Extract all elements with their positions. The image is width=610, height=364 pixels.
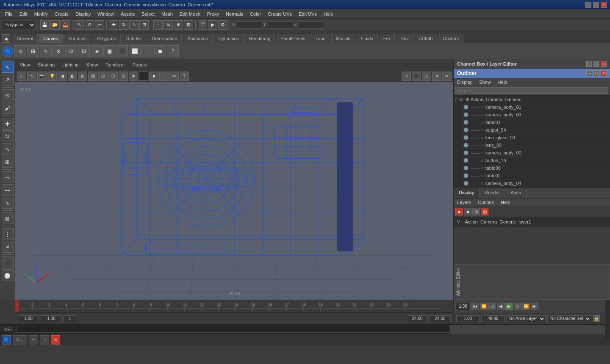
tree-item-tablo02[interactable]: —— ○ tablo02 [454,172,610,179]
layer-tab-render[interactable]: Render [480,188,505,198]
minimize-button[interactable]: ─ [585,2,591,8]
select-tool-btn[interactable]: ↖ [75,20,84,30]
vp-menu-lighting[interactable]: Lighting [60,61,81,68]
vp-icon-shade1[interactable]: ◑ [58,72,67,81]
shelf-tab-dynamics[interactable]: Dynamics [214,34,243,43]
task-close-btn[interactable]: ✕ [51,335,60,345]
vp-icon-prev[interactable]: ⊲ [432,72,441,81]
viewport[interactable]: View Shading Lighting Show Renderer Pane… [15,59,453,300]
sculpt-btn[interactable]: ⊷ [2,184,14,196]
lasso-btn[interactable]: ⊙ [2,89,14,101]
layer-menu-help[interactable]: Help [499,199,512,206]
menu-file[interactable]: File [2,11,16,17]
tree-item-lens-glass[interactable]: —— ○ lens_glass_00 [454,134,610,141]
lasso-select-btn[interactable]: ⊙ [85,20,94,30]
menu-edit[interactable]: Edit [16,11,31,17]
shelf-tab-surfaces[interactable]: Surfaces [64,34,91,43]
attribute-editor-tab[interactable]: Attribute Editor [454,264,610,300]
paint-btn[interactable]: 🖌 [2,102,14,114]
range-start-input[interactable] [18,315,39,322]
scale-btn[interactable]: ⤡ [2,143,14,155]
shelf-tab-toon[interactable]: Toon [311,34,330,43]
shelf-icon-4[interactable]: ⊗ [53,45,64,57]
menu-display[interactable]: Display [72,11,94,17]
menu-mesh[interactable]: Mesh [158,11,176,17]
shelf-tab-fur[interactable]: Fur [379,34,395,43]
z-input[interactable] [299,21,324,29]
universal-manip-btn[interactable]: ⊞ [139,20,149,30]
next-key-btn[interactable]: ▷ [514,303,521,310]
playback-end-input[interactable] [407,315,428,322]
shelf-arrow-left[interactable]: ◀ [2,34,10,43]
vp-icon-select[interactable]: ↖ [27,72,36,81]
menu-help[interactable]: Help [320,11,337,17]
shelf-icon-question[interactable]: ? [167,45,179,57]
shelf-tab-animation[interactable]: Animation [183,34,213,43]
vp-icon-res2[interactable]: □ [159,72,169,81]
layer-icon-3[interactable]: ⊞ [472,208,480,215]
shelf-icon-1[interactable]: ⎊ [14,45,26,57]
y-input[interactable] [268,21,293,29]
step-back-btn[interactable]: ⏪ [480,303,488,310]
menu-edit-uvs[interactable]: Edit UVs [295,11,320,17]
vp-icon-wire[interactable]: ⊞ [78,72,87,81]
vp-icon-cursor[interactable]: ↗ [402,72,411,81]
shelf-tab-ncloth[interactable]: nCloth [415,34,438,43]
snap-curve-btn[interactable]: ≋ [164,20,173,30]
universal-btn[interactable]: ⊞ [2,156,14,168]
show-manip-btn[interactable]: ⊠ [2,212,14,224]
paint-select-btn[interactable]: ✏ [95,20,104,30]
shelf-tab-custom[interactable]: Custom [438,34,463,43]
snap-point-btn[interactable]: ⊕ [174,20,183,30]
menu-normals[interactable]: Normals [222,11,247,17]
outliner-minimize[interactable]: ─ [586,70,592,76]
prev-key-btn[interactable]: ◁ [488,303,496,310]
shelf-icon-9[interactable]: ⬛ [116,45,128,57]
cb-maximize[interactable]: □ [593,61,599,67]
anim-layer-select[interactable]: No Anim Layer [506,315,546,322]
select-btn[interactable]: ↖ [2,61,14,73]
frame-start-input[interactable] [456,315,480,322]
shelf-icon-11[interactable]: ◻ [141,45,153,57]
shelf-tab-deformation[interactable]: Deformation [147,34,182,43]
play-back-btn[interactable]: ◀ [497,303,505,310]
tree-item-camera-body-00[interactable]: —— ○ camera_body_00 [454,149,610,157]
menu-window[interactable]: Window [94,11,117,17]
timeline-ruler[interactable]: 1 2 3 4 5 6 7 8 9 10 11 12 13 14 15 16 1… [15,300,453,312]
tree-item-lens-00[interactable]: —— ○ lens_00 [454,141,610,149]
shelf-tab-subdvs[interactable]: Subdvs [122,34,147,43]
maximize-button[interactable]: □ [593,2,599,8]
vp-icon-manip[interactable]: ⊕ [129,72,138,81]
shelf-icon-3[interactable]: ∿ [40,45,52,57]
tree-item-button-16[interactable]: —— ○ button_16 [454,157,610,164]
move-btn[interactable]: ✚ [2,118,14,130]
menu-modify[interactable]: Modify [31,11,51,17]
layer-menu-layers[interactable]: Layers [455,199,473,206]
mode-selector[interactable]: Polygons Surfaces Dynamics Rendering Ani… [2,21,36,29]
vp-menu-view[interactable]: View [18,61,32,68]
snap-grid-lt-btn[interactable]: ⋮ [2,228,14,240]
go-end-btn[interactable]: ⏭ [531,303,538,310]
layer-tab-display[interactable]: Display [454,188,480,198]
tree-item-tablo00[interactable]: —— ○ tablo00 [454,164,610,172]
vp-icon-cam[interactable]: 📷 [37,72,47,81]
vp-icon-cam2[interactable]: ▷ [422,72,431,81]
char-set-select[interactable]: No Character Set [547,315,591,322]
vp-icon-clip[interactable]: ✂ [169,72,179,81]
play-fwd-btn[interactable]: ▶ [505,303,513,310]
tree-item-root[interactable]: □ ⊞ ⊕ Action_Camera_Generic [454,96,610,103]
open-scene-btn[interactable]: 📂 [50,20,60,30]
vp-icon-link[interactable]: ⊳ [442,72,452,81]
status-lock-btn[interactable]: 🔒 [593,315,600,322]
vp-icon-uv[interactable]: ⊡ [119,72,128,81]
menu-edit-mesh[interactable]: Edit Mesh [176,11,204,17]
close-button[interactable]: ✕ [601,2,607,8]
vp-icon-home[interactable]: ⌂ [17,72,26,81]
tree-item-output-04[interactable]: —— ○ output_04 [454,126,610,134]
current-frame-field[interactable] [64,315,76,322]
shelf-tab-fluids[interactable]: Fluids [356,34,377,43]
layer-item[interactable]: V / Action_Camera_Generic_layer1 [454,217,610,227]
shelf-icon-5[interactable]: ⊙ [65,45,77,57]
shelf-tab-polygons[interactable]: Polygons [92,34,120,43]
vp-icon-shade2[interactable]: ◐ [68,72,77,81]
